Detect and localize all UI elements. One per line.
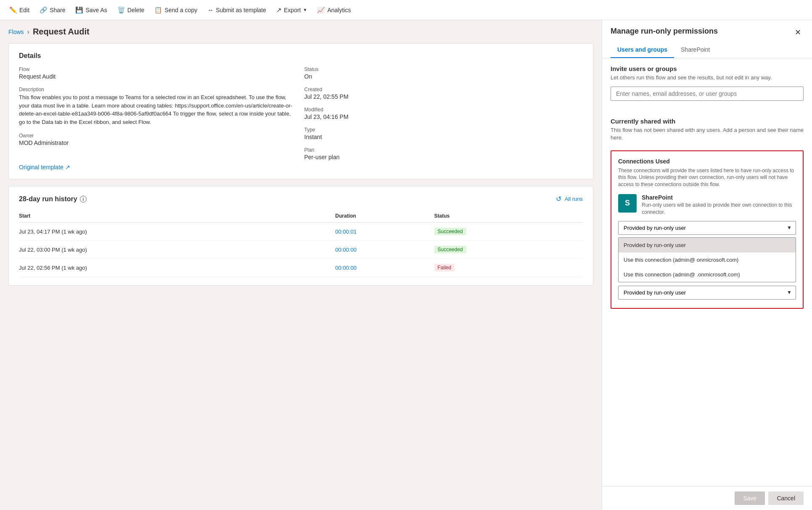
invite-input[interactable] bbox=[611, 87, 804, 101]
status-badge: Failed bbox=[434, 264, 455, 271]
owner-field: Owner MOD Administrator bbox=[19, 133, 298, 146]
tab-sharepoint[interactable]: SharePoint bbox=[674, 43, 717, 58]
details-left-col: Flow Request Audit Description This flow… bbox=[19, 66, 298, 160]
table-row[interactable]: Jul 22, 02:56 PM (1 wk ago) 00:00:00 Fai… bbox=[19, 259, 583, 277]
left-content: Flows › Request Audit Details Flow Reque… bbox=[0, 20, 602, 510]
close-panel-button[interactable]: ✕ bbox=[792, 27, 804, 38]
edit-icon: ✏️ bbox=[9, 6, 17, 14]
status-field: Status On bbox=[304, 66, 583, 80]
run-duration-cell: 00:00:01 bbox=[335, 223, 434, 241]
table-row[interactable]: Jul 23, 04:17 PM (1 wk ago) 00:00:01 Suc… bbox=[19, 223, 583, 241]
save-as-button[interactable]: 💾 Save As bbox=[71, 4, 111, 16]
flow-label: Flow bbox=[19, 66, 298, 72]
type-label: Type bbox=[304, 127, 583, 133]
all-runs-label[interactable]: All runs bbox=[565, 196, 583, 202]
run-history-title-text: 28-day run history bbox=[19, 195, 77, 203]
submit-template-icon: ↔ bbox=[207, 6, 214, 13]
flow-field: Flow Request Audit bbox=[19, 66, 298, 80]
run-history-title: 28-day run history i bbox=[19, 195, 87, 203]
col-start: Start bbox=[19, 210, 335, 223]
panel-body: Invite users or groups Let others run th… bbox=[602, 58, 812, 486]
delete-button[interactable]: 🗑️ Delete bbox=[113, 4, 148, 16]
run-history-table: Start Duration Status Jul 23, 04:17 PM (… bbox=[19, 210, 583, 277]
save-as-label: Save As bbox=[85, 7, 107, 13]
dropdown-option-admin1-suffix: onmicrosoft.com) bbox=[697, 257, 739, 263]
run-duration-cell: 00:00:00 bbox=[335, 259, 434, 277]
export-label: Export bbox=[284, 7, 301, 13]
external-link-icon: ↗ bbox=[65, 164, 70, 171]
panel-title-row: Manage run-only permissions ✕ bbox=[611, 27, 804, 38]
details-card-title: Details bbox=[19, 52, 583, 60]
details-grid: Flow Request Audit Description This flow… bbox=[19, 66, 583, 160]
manage-permissions-panel: Manage run-only permissions ✕ Users and … bbox=[602, 20, 812, 510]
edit-button[interactable]: ✏️ Edit bbox=[5, 4, 34, 16]
run-history-card: 28-day run history i ↺ All runs Start Du… bbox=[8, 186, 593, 286]
sharepoint-icon: S bbox=[618, 194, 637, 213]
analytics-label: Analytics bbox=[327, 7, 351, 13]
description-value: This flow enables you to post a message … bbox=[19, 93, 298, 126]
status-badge: Succeeded bbox=[434, 228, 466, 235]
col-duration: Duration bbox=[335, 210, 434, 223]
main-layout: Flows › Request Audit Details Flow Reque… bbox=[0, 20, 812, 510]
share-button[interactable]: 🔗 Share bbox=[35, 4, 69, 16]
run-status-cell: Failed bbox=[434, 259, 583, 277]
sharepoint-connection: S SharePoint Run-only users will be aske… bbox=[618, 194, 796, 216]
analytics-button[interactable]: 📈 Analytics bbox=[313, 4, 355, 16]
dropdown-option-admin1-label: Use this connection (admin@ bbox=[624, 257, 695, 263]
created-field: Created Jul 22, 02:55 PM bbox=[304, 87, 583, 100]
table-row[interactable]: Jul 22, 03:00 PM (1 wk ago) 00:00:00 Suc… bbox=[19, 241, 583, 259]
send-copy-icon: 📋 bbox=[154, 6, 162, 14]
save-button[interactable]: Save bbox=[735, 492, 765, 505]
panel-footer: Save Cancel bbox=[602, 486, 812, 510]
delete-icon: 🗑️ bbox=[117, 6, 125, 14]
toolbar: ✏️ Edit 🔗 Share 💾 Save As 🗑️ Delete 📋 Se… bbox=[0, 0, 812, 20]
connection-dropdown-1: Provided by run-only user Use this conne… bbox=[618, 221, 796, 235]
plan-label: Plan bbox=[304, 147, 583, 153]
connection-dropdown-1-select[interactable]: Provided by run-only user Use this conne… bbox=[618, 221, 796, 235]
dropdown-option-admin-2[interactable]: Use this connection (admin@ .onmicrosoft… bbox=[619, 267, 796, 282]
save-as-icon: 💾 bbox=[75, 6, 83, 14]
run-history-actions: ↺ All runs bbox=[556, 195, 583, 203]
connection-subdesc: Run-only users will be asked to provide … bbox=[642, 202, 796, 216]
details-card: Details Flow Request Audit Description T… bbox=[8, 43, 593, 179]
dropdown-options-open: Provided by run-only user Use this conne… bbox=[618, 237, 796, 282]
description-label: Description bbox=[19, 87, 298, 92]
export-button[interactable]: ↗ Export ▼ bbox=[272, 4, 311, 16]
cancel-button[interactable]: Cancel bbox=[768, 492, 804, 505]
plan-field: Plan Per-user plan bbox=[304, 147, 583, 160]
sharepoint-icon-letter: S bbox=[625, 199, 630, 208]
run-start-cell: Jul 23, 04:17 PM (1 wk ago) bbox=[19, 223, 335, 241]
dropdown-option-admin-1[interactable]: Use this connection (admin@ onmicrosoft.… bbox=[619, 252, 796, 267]
connections-desc: These connections will provide the users… bbox=[618, 167, 796, 188]
info-icon[interactable]: i bbox=[80, 196, 87, 202]
invite-section: Invite users or groups Let others run th… bbox=[611, 65, 804, 109]
connection-dropdown-2-select[interactable]: Provided by run-only user Use this conne… bbox=[618, 286, 796, 300]
connection-info: SharePoint Run-only users will be asked … bbox=[642, 194, 796, 216]
export-icon: ↗ bbox=[276, 6, 282, 14]
submit-template-button[interactable]: ↔ Submit as template bbox=[203, 4, 270, 16]
created-value: Jul 22, 02:55 PM bbox=[304, 93, 583, 100]
shared-section: Currently shared with This flow has not … bbox=[611, 118, 804, 142]
refresh-icon[interactable]: ↺ bbox=[556, 195, 561, 203]
dropdown-option-run-only-selected[interactable]: Provided by run-only user bbox=[619, 238, 796, 252]
description-field: Description This flow enables you to pos… bbox=[19, 87, 298, 126]
shared-desc: This flow has not been shared with any u… bbox=[611, 126, 804, 142]
run-start-cell: Jul 22, 03:00 PM (1 wk ago) bbox=[19, 241, 335, 259]
original-template-label: Original template bbox=[19, 164, 63, 171]
tab-users-groups[interactable]: Users and groups bbox=[611, 43, 674, 58]
status-badge: Succeeded bbox=[434, 246, 466, 253]
details-right-col: Status On Created Jul 22, 02:55 PM Modif… bbox=[304, 66, 583, 160]
breadcrumb-parent-link[interactable]: Flows bbox=[8, 29, 24, 35]
connections-title: Connections Used bbox=[618, 158, 796, 165]
original-template-link[interactable]: Original template ↗ bbox=[19, 164, 70, 171]
status-label: Status bbox=[304, 66, 583, 72]
send-copy-button[interactable]: 📋 Send a copy bbox=[150, 4, 201, 16]
run-status-cell: Succeeded bbox=[434, 241, 583, 259]
connections-used-box: Connections Used These connections will … bbox=[611, 150, 804, 309]
submit-template-label: Submit as template bbox=[216, 7, 266, 13]
dropdown-option-admin2-label: Use this connection (admin@ bbox=[624, 271, 695, 278]
breadcrumb: Flows › Request Audit bbox=[8, 27, 593, 37]
dropdown-option-admin2-suffix: .onmicrosoft.com) bbox=[697, 271, 740, 278]
delete-label: Delete bbox=[127, 7, 144, 13]
export-chevron-icon: ▼ bbox=[303, 8, 307, 12]
